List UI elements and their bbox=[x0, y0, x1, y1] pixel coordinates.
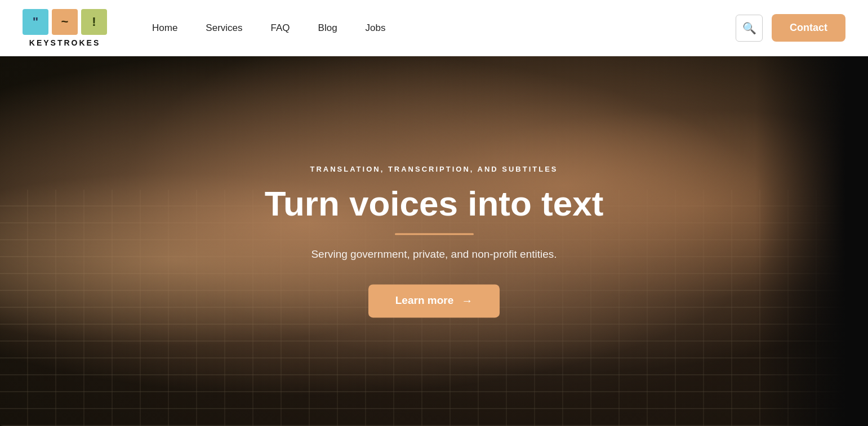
hero-divider bbox=[395, 233, 474, 235]
arrow-right-icon: → bbox=[461, 294, 473, 307]
brand-name: KEYSTROKES bbox=[29, 38, 100, 47]
navbar: " ~ ! KEYSTROKES Home Services FAQ Blog … bbox=[0, 0, 868, 56]
hero-right-vignette bbox=[755, 56, 868, 426]
nav-link-faq[interactable]: FAQ bbox=[271, 23, 290, 33]
nav-item-blog[interactable]: Blog bbox=[318, 23, 337, 34]
logo-icon-exclaim: ! bbox=[81, 9, 107, 35]
nav-right: 🔍 Contact bbox=[736, 14, 845, 42]
hero-subtitle: Serving government, private, and non-pro… bbox=[237, 248, 631, 261]
logo-area[interactable]: " ~ ! KEYSTROKES bbox=[23, 9, 107, 47]
nav-item-faq[interactable]: FAQ bbox=[271, 23, 290, 34]
hero-title: Turn voices into text bbox=[237, 185, 631, 223]
nav-link-home[interactable]: Home bbox=[152, 23, 177, 33]
logo-icon-quote: " bbox=[23, 9, 48, 35]
nav-item-services[interactable]: Services bbox=[206, 23, 242, 34]
nav-item-home[interactable]: Home bbox=[152, 23, 177, 34]
search-icon: 🔍 bbox=[742, 21, 756, 35]
nav-links: Home Services FAQ Blog Jobs bbox=[152, 23, 736, 34]
hero-content: TRANSLATION, TRANSCRIPTION, AND SUBTITLE… bbox=[237, 165, 631, 317]
nav-link-services[interactable]: Services bbox=[206, 23, 242, 33]
nav-link-blog[interactable]: Blog bbox=[318, 23, 337, 33]
contact-button[interactable]: Contact bbox=[772, 14, 845, 42]
nav-link-jobs[interactable]: Jobs bbox=[366, 23, 386, 33]
logo-icons: " ~ ! bbox=[23, 9, 107, 35]
logo-icon-tilde: ~ bbox=[52, 9, 78, 35]
search-button[interactable]: 🔍 bbox=[736, 15, 763, 42]
hero-section: TRANSLATION, TRANSCRIPTION, AND SUBTITLE… bbox=[0, 56, 868, 426]
nav-item-jobs[interactable]: Jobs bbox=[366, 23, 386, 34]
learn-more-button[interactable]: Learn more → bbox=[368, 284, 500, 317]
learn-more-label: Learn more bbox=[395, 295, 453, 307]
hero-eyebrow: TRANSLATION, TRANSCRIPTION, AND SUBTITLE… bbox=[237, 165, 631, 173]
